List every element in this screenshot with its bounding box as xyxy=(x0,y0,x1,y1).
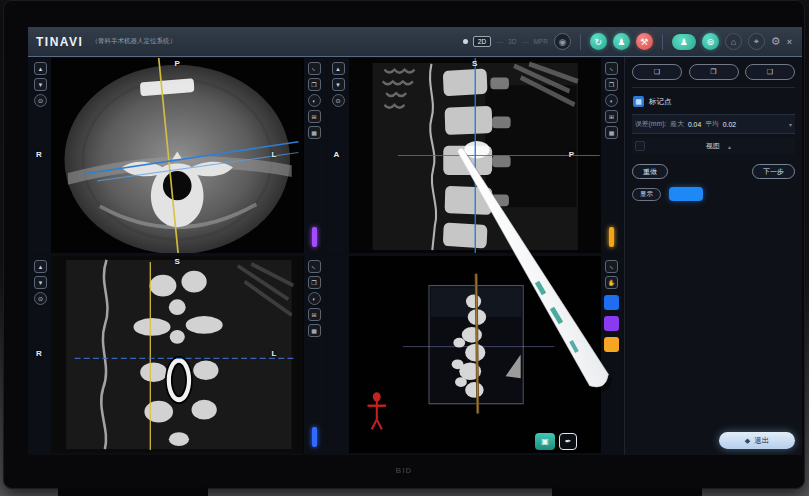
grid-small-icon[interactable]: ▦ xyxy=(605,126,618,139)
grid-icon[interactable]: ⊞ xyxy=(308,308,321,321)
close-icon[interactable]: × xyxy=(787,37,792,47)
volume-3d-image xyxy=(349,256,602,453)
slice-up-button[interactable]: ▲ xyxy=(34,62,47,75)
expand-icon[interactable]: ↔ xyxy=(605,62,618,75)
grid-icon[interactable]: ⊞ xyxy=(308,110,321,123)
volume-right-toolbar: ↔ ✋ xyxy=(601,256,622,453)
layers-icon[interactable]: ❐ xyxy=(605,78,618,91)
sidebar-tab-3[interactable]: ❑ xyxy=(745,64,795,80)
screen: TINAVI （骨科手术机器人定位系统） 2D — 3D — MPR ◉ ↻ ♟… xyxy=(28,27,802,455)
orientation-label: P xyxy=(569,150,574,159)
center-button[interactable]: ⊙ xyxy=(332,94,345,107)
marker-section-icon: ▦ xyxy=(633,96,644,107)
axial-canvas[interactable]: P L xyxy=(51,58,304,253)
section-title: 标记点 xyxy=(649,97,672,107)
contrast-icon[interactable]: ◐ xyxy=(605,94,618,107)
center-button[interactable]: ⊙ xyxy=(34,94,47,107)
sagittal-ct-image xyxy=(349,58,602,253)
layers-icon[interactable]: ❐ xyxy=(308,276,321,289)
viewport-sagittal[interactable]: ▲ ▼ ⊙ xyxy=(328,58,623,253)
sidebar-tab-2[interactable]: ❐ xyxy=(689,64,739,80)
next-step-button[interactable]: 下一步 xyxy=(752,164,795,179)
record-dot-icon xyxy=(463,39,468,44)
orientation-label: R xyxy=(36,349,42,358)
monitor-bezel: TINAVI （骨科手术机器人定位系统） 2D — 3D — MPR ◉ ↻ ♟… xyxy=(3,0,805,489)
center-button[interactable]: ⊙ xyxy=(34,292,47,305)
slice-down-button[interactable]: ▼ xyxy=(34,78,47,91)
monitor-brand-logo: BlD xyxy=(396,466,413,475)
error-label: 误差(mm): xyxy=(635,119,666,129)
target-icon[interactable]: ◉ xyxy=(554,33,571,50)
coronal-slice-indicator xyxy=(312,427,317,447)
chevron-down-icon[interactable]: ▾ xyxy=(789,121,792,128)
orientation-label: L xyxy=(272,150,277,159)
slice-up-button[interactable]: ▲ xyxy=(34,260,47,273)
expand-icon[interactable]: ↔ xyxy=(308,260,321,273)
orientation-label: S xyxy=(175,257,180,266)
control-sidebar: ❏ ❐ ❑ ▦ 标记点 误差(mm): 最大 0.04 平均 0.02 ▾ xyxy=(624,57,802,455)
section-header: ▦ 标记点 xyxy=(632,93,795,110)
axial-slice-indicator xyxy=(312,227,317,247)
sidebar-tab-1[interactable]: ❏ xyxy=(632,64,682,80)
viewport-3d[interactable]: ▣ ✒ ↔ ✋ xyxy=(328,256,623,453)
show-button[interactable]: 显示 xyxy=(632,188,661,201)
pan-hand-icon[interactable]: ✋ xyxy=(605,276,618,289)
exit-button[interactable]: ◆ 退出 xyxy=(719,432,795,449)
avg-label: 平均 xyxy=(705,119,719,129)
sagittal-canvas[interactable]: S P xyxy=(349,58,602,253)
exit-icon: ◆ xyxy=(745,437,750,445)
layout-option-mpr[interactable]: MPR xyxy=(533,38,547,45)
view-3d-button[interactable]: ▣ xyxy=(535,433,555,450)
active-toggle[interactable] xyxy=(669,187,703,201)
tool-alert-button[interactable]: ⚒ xyxy=(636,33,653,50)
desk-object xyxy=(58,487,208,496)
home-button[interactable]: ⌂ xyxy=(725,33,742,50)
amber-view-button[interactable] xyxy=(604,337,619,352)
settings-gear-icon[interactable]: ⚙ xyxy=(771,35,781,48)
grid-icon[interactable]: ⊞ xyxy=(605,110,618,123)
redo-button[interactable]: 重做 xyxy=(632,164,668,179)
sagittal-right-toolbar: ↔ ❐ ◐ ⊞ ▦ xyxy=(601,58,622,253)
desk-object xyxy=(552,487,702,496)
probe-tool-button[interactable]: ✒ xyxy=(559,433,577,450)
expand-icon[interactable]: ↔ xyxy=(605,260,618,273)
viewport-axial[interactable]: ▲ ▼ ⊙ xyxy=(30,58,325,253)
orientation-label: A xyxy=(334,150,340,159)
viewport-coronal[interactable]: ▲ ▼ ⊙ xyxy=(30,256,325,453)
brand-subtitle: （骨科手术机器人定位系统） xyxy=(91,37,176,46)
coronal-right-toolbar: ↔ ❐ ◐ ⊞ ▦ xyxy=(304,256,325,453)
orientation-label: R xyxy=(36,150,42,159)
layout-switcher: 2D — 3D — MPR xyxy=(463,36,548,47)
camera-status-button[interactable]: ⊚ xyxy=(702,33,719,50)
coronal-canvas[interactable]: S L xyxy=(51,256,304,453)
orientation-label: P xyxy=(175,59,180,68)
coronal-ct-image xyxy=(51,256,304,453)
patient-button[interactable]: ♟ xyxy=(613,33,630,50)
view-collapse-row[interactable]: 视图 ▴ xyxy=(632,138,795,154)
expand-icon[interactable]: ↔ xyxy=(308,62,321,75)
grid-small-icon[interactable]: ▦ xyxy=(308,126,321,139)
chevron-up-icon[interactable]: ▴ xyxy=(728,143,731,150)
sync-button[interactable]: ↻ xyxy=(590,33,607,50)
slice-down-button[interactable]: ▼ xyxy=(332,78,345,91)
slice-down-button[interactable]: ▼ xyxy=(34,276,47,289)
layers-icon[interactable]: ❐ xyxy=(308,78,321,91)
contrast-icon[interactable]: ◐ xyxy=(308,94,321,107)
purple-view-button[interactable] xyxy=(604,316,619,331)
contrast-icon[interactable]: ◐ xyxy=(308,292,321,305)
max-error-value: 0.04 xyxy=(688,121,701,128)
user-status-button[interactable]: ♟ xyxy=(672,34,696,50)
layout-chip[interactable]: 2D xyxy=(473,36,491,47)
layout-option-3d[interactable]: 3D xyxy=(508,38,516,45)
orientation-label: L xyxy=(272,349,277,358)
axial-ct-image xyxy=(51,58,304,253)
grid-small-icon[interactable]: ▦ xyxy=(308,324,321,337)
viewport-grid: ▲ ▼ ⊙ xyxy=(28,57,624,455)
locate-button[interactable]: ⌖ xyxy=(748,33,765,50)
blue-view-button[interactable] xyxy=(604,295,619,310)
volume-canvas[interactable]: ▣ ✒ xyxy=(349,256,602,453)
sagittal-slice-indicator xyxy=(609,227,614,247)
slice-up-button[interactable]: ▲ xyxy=(332,62,345,75)
brand-logo: TINAVI xyxy=(36,35,83,49)
avg-error-value: 0.02 xyxy=(723,121,736,128)
